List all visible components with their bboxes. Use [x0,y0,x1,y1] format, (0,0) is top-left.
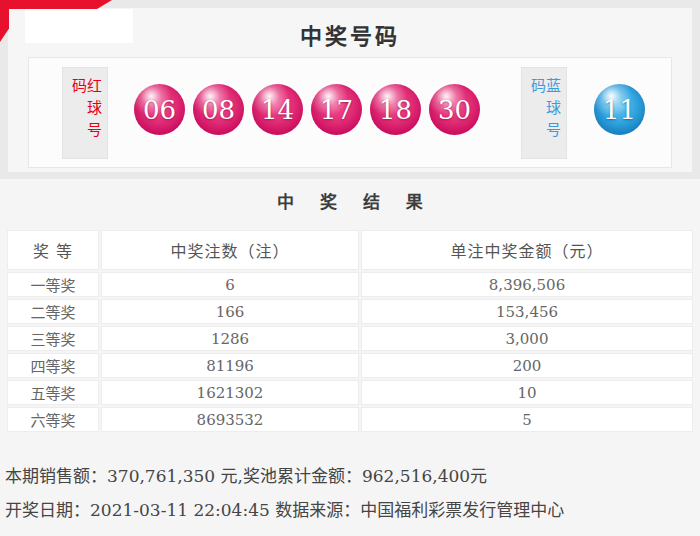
section-divider [0,172,700,179]
red-ball: 30 [429,84,480,135]
table-row: 一等奖 6 8,396,506 [7,272,693,297]
winning-bets: 6 [101,272,359,297]
table-row: 六等奖 8693532 5 [7,407,693,432]
prize-amount: 8,396,506 [361,272,693,297]
table-row: 五等奖 1621302 10 [7,380,693,405]
header-prize-amount: 单注中奖金额（元） [361,230,693,270]
header-winning-bets: 中奖注数（注） [101,230,359,270]
results-section: 中 奖 结 果 奖 等 中奖注数（注） 单注中奖金额（元） 一等奖 6 8,39… [0,179,700,527]
red-ball-label: 红球号码 [62,67,108,159]
table-header-row: 奖 等 中奖注数（注） 单注中奖金额（元） [7,230,693,270]
prize-level: 二等奖 [7,299,99,324]
prize-level: 五等奖 [7,380,99,405]
red-ball-number: 17 [320,95,353,125]
prize-amount: 5 [361,407,693,432]
red-ball: 08 [193,84,244,135]
balls-box: 红球号码 06 08 14 17 18 30 蓝球号码 11 [28,57,672,168]
corner-ribbon-icon [0,0,112,9]
winning-bets: 166 [101,299,359,324]
results-table: 奖 等 中奖注数（注） 单注中奖金额（元） 一等奖 6 8,396,506 二等… [5,228,695,434]
red-ball-number: 08 [202,95,235,125]
winning-bets: 81196 [101,353,359,378]
sales-amount-line: 本期销售额：370,761,350 元,奖池累计金额：962,516,400元 [5,459,700,493]
red-ball: 17 [311,84,362,135]
logo-placeholder [25,9,133,43]
blue-ball-number: 11 [603,95,636,125]
table-row: 三等奖 1286 3,000 [7,326,693,351]
prize-level: 六等奖 [7,407,99,432]
red-ball: 06 [134,84,185,135]
header-prize-level: 奖 等 [7,230,99,270]
results-title: 中 奖 结 果 [0,188,700,213]
red-balls-group: 06 08 14 17 18 30 [134,90,480,135]
red-ball: 14 [252,84,303,135]
prize-amount: 10 [361,380,693,405]
red-ball-number: 18 [379,95,412,125]
prize-amount: 153,456 [361,299,693,324]
footer-info: 本期销售额：370,761,350 元,奖池累计金额：962,516,400元 … [5,459,700,527]
red-ball-number: 30 [438,95,471,125]
prize-amount: 200 [361,353,693,378]
table-row: 四等奖 81196 200 [7,353,693,378]
blue-ball-label: 蓝球号码 [521,67,567,159]
prize-level: 三等奖 [7,326,99,351]
prize-level: 一等奖 [7,272,99,297]
red-ball: 18 [370,84,421,135]
prize-amount: 3,000 [361,326,693,351]
winning-bets: 1621302 [101,380,359,405]
red-ball-number: 06 [143,95,176,125]
red-ball-number: 14 [261,95,294,125]
winning-bets: 8693532 [101,407,359,432]
draw-date-line: 开奖日期：2021-03-11 22:04:45 数据来源：中国福利彩票发行管理… [5,493,700,527]
winning-numbers-section: 中奖号码 红球号码 06 08 14 17 18 30 蓝球号码 11 [0,0,700,172]
blue-ball: 11 [594,84,645,135]
winning-bets: 1286 [101,326,359,351]
table-row: 二等奖 166 153,456 [7,299,693,324]
prize-level: 四等奖 [7,353,99,378]
